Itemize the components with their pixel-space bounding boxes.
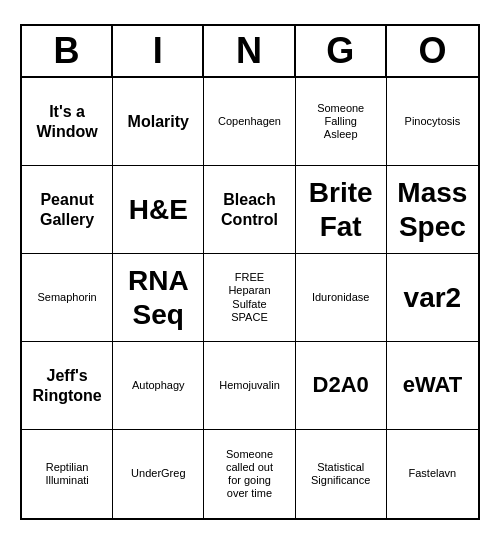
bingo-cell: var2 — [387, 254, 478, 342]
bingo-cell: Autophagy — [113, 342, 204, 430]
header-letter: I — [113, 26, 204, 76]
bingo-cell: RNA Seq — [113, 254, 204, 342]
bingo-cell: Fastelavn — [387, 430, 478, 518]
bingo-cell: Copenhagen — [204, 78, 295, 166]
header-letter: B — [22, 26, 113, 76]
header-letter: O — [387, 26, 478, 76]
bingo-cell: Iduronidase — [296, 254, 387, 342]
bingo-cell: Pinocytosis — [387, 78, 478, 166]
cell-text: UnderGreg — [131, 467, 185, 480]
cell-text: FREE Heparan Sulfate SPACE — [228, 271, 270, 324]
cell-text: RNA Seq — [128, 264, 189, 331]
bingo-cell: Brite Fat — [296, 166, 387, 254]
bingo-cell: Bleach Control — [204, 166, 295, 254]
cell-text: Brite Fat — [309, 176, 373, 243]
cell-text: Jeff's Ringtone — [32, 366, 101, 404]
cell-text: It's a Window — [37, 102, 98, 140]
cell-text: Bleach Control — [221, 190, 278, 228]
bingo-cell: H&E — [113, 166, 204, 254]
bingo-cell: Reptilian Illuminati — [22, 430, 113, 518]
bingo-cell: Peanut Gallery — [22, 166, 113, 254]
bingo-cell: FREE Heparan Sulfate SPACE — [204, 254, 295, 342]
bingo-cell: Molarity — [113, 78, 204, 166]
cell-text: var2 — [404, 281, 462, 315]
header-letter: N — [204, 26, 295, 76]
cell-text: Semaphorin — [37, 291, 96, 304]
bingo-cell: Statistical Significance — [296, 430, 387, 518]
cell-text: Molarity — [128, 112, 189, 131]
cell-text: Hemojuvalin — [219, 379, 280, 392]
bingo-cell: Hemojuvalin — [204, 342, 295, 430]
cell-text: Copenhagen — [218, 115, 281, 128]
bingo-cell: Someone Falling Asleep — [296, 78, 387, 166]
bingo-header: BINGO — [22, 26, 478, 78]
cell-text: D2A0 — [313, 372, 369, 398]
cell-text: eWAT — [403, 372, 462, 398]
bingo-cell: Someone called out for going over time — [204, 430, 295, 518]
cell-text: Autophagy — [132, 379, 185, 392]
bingo-cell: UnderGreg — [113, 430, 204, 518]
bingo-cell: Jeff's Ringtone — [22, 342, 113, 430]
cell-text: Iduronidase — [312, 291, 370, 304]
cell-text: H&E — [129, 193, 188, 227]
cell-text: Pinocytosis — [405, 115, 461, 128]
bingo-cell: It's a Window — [22, 78, 113, 166]
cell-text: Mass Spec — [397, 176, 467, 243]
cell-text: Fastelavn — [409, 467, 457, 480]
cell-text: Peanut Gallery — [40, 190, 94, 228]
cell-text: Reptilian Illuminati — [45, 461, 88, 487]
bingo-cell: eWAT — [387, 342, 478, 430]
cell-text: Someone called out for going over time — [226, 448, 273, 501]
bingo-grid: It's a WindowMolarityCopenhagenSomeone F… — [22, 78, 478, 518]
bingo-cell: Semaphorin — [22, 254, 113, 342]
bingo-card: BINGO It's a WindowMolarityCopenhagenSom… — [20, 24, 480, 520]
header-letter: G — [296, 26, 387, 76]
cell-text: Statistical Significance — [311, 461, 370, 487]
bingo-cell: D2A0 — [296, 342, 387, 430]
bingo-cell: Mass Spec — [387, 166, 478, 254]
cell-text: Someone Falling Asleep — [317, 102, 364, 142]
